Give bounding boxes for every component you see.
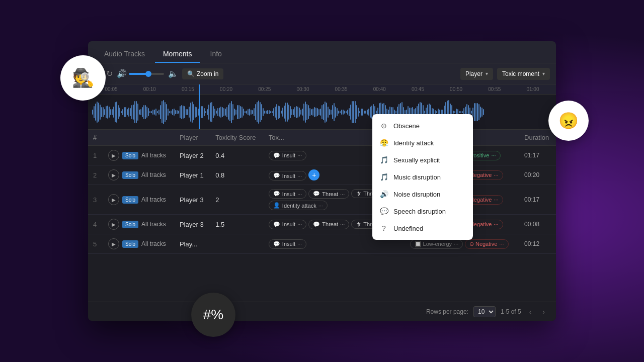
time-mark: 00:10 <box>130 84 169 95</box>
solo-badge[interactable]: Solo <box>122 152 138 159</box>
extra-tag-more[interactable]: ··· <box>318 203 323 209</box>
add-tag-button[interactable]: + <box>308 169 319 180</box>
menu-item-icon: 🔊 <box>379 190 388 198</box>
next-page-button[interactable]: › <box>539 307 548 317</box>
wave-bar <box>306 104 307 121</box>
menu-item-identity-attack[interactable]: 😤 Identity attack <box>372 134 473 151</box>
table-container: # Player Toxicity Score Tox... Player se… <box>88 130 556 302</box>
valence-more[interactable]: ··· <box>494 197 498 203</box>
time-mark: 00:15 <box>169 84 207 95</box>
wave-bar <box>326 103 327 122</box>
wave-bar <box>103 107 104 117</box>
wave-bar <box>106 106 107 118</box>
toolbar: ⏮ ↻ 🔊 🔈 🔍 Zoom in Player ▾ Toxic moment … <box>88 63 556 84</box>
tag-more[interactable]: ··· <box>297 173 302 179</box>
extra-tag-label[interactable]: 👤Identity attack··· <box>269 201 328 210</box>
wave-bar <box>302 109 303 116</box>
wave-bar <box>335 107 336 118</box>
tag-more[interactable]: ··· <box>340 191 345 197</box>
wave-bar <box>309 108 310 117</box>
col-player: Player <box>175 130 210 146</box>
zoom-in-button[interactable]: 🔍 Zoom in <box>182 68 223 79</box>
hash-icon-float: #% <box>191 293 235 337</box>
wave-bar <box>201 106 202 118</box>
menu-item-obscene[interactable]: ⊙ Obscene <box>372 117 473 134</box>
wave-bar <box>311 109 312 115</box>
play-button[interactable]: ▶ <box>108 150 119 161</box>
zoom-search-icon: 🔍 <box>187 70 195 77</box>
valence-more[interactable]: ··· <box>499 241 504 247</box>
col-toxicity-score: Toxicity Score <box>210 130 264 146</box>
menu-item-music-disruption[interactable]: 🎵 Music disruption <box>372 168 473 186</box>
tag-more[interactable]: ··· <box>297 152 302 158</box>
cell-player: Player 3 <box>175 215 210 234</box>
solo-badge[interactable]: Solo <box>122 171 138 179</box>
tag-more[interactable]: ··· <box>297 241 302 247</box>
tag-label[interactable]: 💬Insult··· <box>269 239 306 249</box>
menu-item-label: Music disruption <box>393 173 441 181</box>
wave-bar <box>314 107 315 117</box>
play-button[interactable]: ▶ <box>108 194 119 205</box>
play-button[interactable]: ▶ <box>108 169 119 180</box>
volume-track[interactable] <box>129 73 164 75</box>
volume-thumb[interactable] <box>145 71 151 77</box>
wave-bar <box>471 111 472 114</box>
tag-more[interactable]: ··· <box>340 221 345 227</box>
valence-more[interactable]: ··· <box>494 221 498 227</box>
menu-item-noise-disruption[interactable]: 🔊 Noise disruption <box>372 186 473 203</box>
wave-bar <box>115 102 116 122</box>
volume-slider[interactable]: 🔊 <box>117 69 164 78</box>
tag-label[interactable]: 💬Threat··· <box>308 189 349 199</box>
tag-more[interactable]: ··· <box>297 191 302 197</box>
wave-bar <box>334 103 335 121</box>
prev-page-button[interactable]: ‹ <box>526 307 535 317</box>
wave-bar <box>364 111 365 113</box>
menu-item-undefined[interactable]: ? Undefined <box>372 220 473 237</box>
tab-moments[interactable]: Moments <box>155 46 200 63</box>
tag-label[interactable]: 💬Threat··· <box>308 220 349 229</box>
tag-label[interactable]: 💬Insult··· <box>269 151 306 160</box>
wave-bar <box>344 111 345 114</box>
valence-tag[interactable]: ⊖ Negative ··· <box>465 239 509 249</box>
play-button[interactable]: ▶ <box>108 219 119 230</box>
refresh-icon[interactable]: ↻ <box>106 69 113 78</box>
zoom-label: Zoom in <box>197 70 218 77</box>
tag-label[interactable]: 💬Insult··· <box>269 189 306 199</box>
wave-bar <box>205 111 206 113</box>
cell-duration: 00:12 <box>519 234 556 254</box>
solo-badge[interactable]: Solo <box>122 221 138 228</box>
cell-num: 3 <box>88 185 103 215</box>
energy-more[interactable]: ··· <box>454 241 458 247</box>
tag-more[interactable]: ··· <box>297 221 302 227</box>
wave-bar <box>148 108 149 116</box>
wave-bar <box>340 111 341 113</box>
wave-bar <box>210 103 211 121</box>
wave-bar <box>355 101 356 123</box>
wave-bar <box>109 107 110 118</box>
time-mark: 00:35 <box>322 84 360 95</box>
wave-bar <box>223 108 224 116</box>
wave-bar <box>317 108 318 117</box>
wave-bar <box>264 111 265 114</box>
wave-bar <box>139 110 140 115</box>
tag-label[interactable]: 💬Insult··· <box>269 220 306 229</box>
energy-tag[interactable]: 🔲 Low-energy ··· <box>410 239 463 249</box>
valence-more[interactable]: ··· <box>491 152 496 158</box>
valence-more[interactable]: ··· <box>494 172 498 178</box>
menu-item-sexually-explicit[interactable]: 🎵 Sexually explicit <box>372 151 473 168</box>
toxic-moment-dropdown[interactable]: Toxic moment ▾ <box>497 68 550 80</box>
cell-player: Player 2 <box>175 146 210 165</box>
play-button[interactable]: ▶ <box>108 238 119 249</box>
per-page-label: Rows per page: <box>426 308 468 315</box>
menu-item-speech-disruption[interactable]: 💬 Speech disruption <box>372 203 473 220</box>
toxic-type-dropdown-menu[interactable]: ⊙ Obscene 😤 Identity attack 🎵 Sexually e… <box>372 114 473 240</box>
solo-badge[interactable]: Solo <box>122 240 138 248</box>
speaker-icon[interactable]: 🔈 <box>168 69 178 78</box>
cell-controls: ▶ Solo All tracks <box>103 146 175 165</box>
tag-label[interactable]: 💬Insult··· <box>269 171 306 180</box>
tab-info[interactable]: Info <box>202 46 230 63</box>
solo-badge[interactable]: Solo <box>122 196 138 204</box>
wave-bar <box>238 105 239 119</box>
per-page-select[interactable]: 10 25 50 <box>473 306 496 317</box>
player-dropdown[interactable]: Player ▾ <box>460 68 493 80</box>
